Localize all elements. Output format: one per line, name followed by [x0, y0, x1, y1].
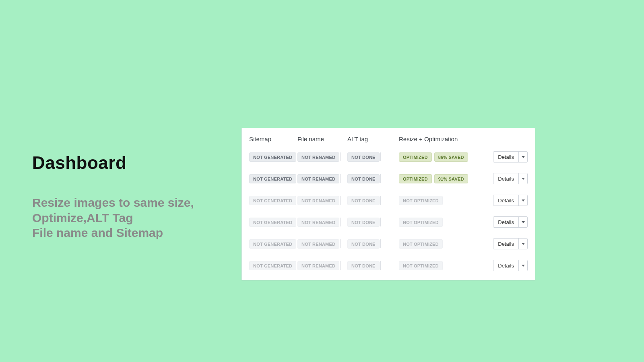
- cell-alt: NOT DONE: [347, 218, 399, 227]
- cell-actions: Details: [483, 151, 528, 162]
- details-button[interactable]: Details: [493, 260, 518, 271]
- filename-status-badge: NOT RENAMED: [297, 174, 339, 183]
- details-button-group: Details: [493, 260, 528, 271]
- table-header-row: Sitemap File name ALT tag Resize + Optim…: [249, 136, 528, 142]
- cell-optimization: NOT OPTIMIZED: [399, 218, 483, 227]
- column-divider: [340, 239, 341, 248]
- details-dropdown-toggle[interactable]: [518, 152, 527, 162]
- cell-optimization: OPTIMIZED91% SAVED: [399, 174, 483, 183]
- cell-filename: NOT RENAMED: [297, 174, 347, 183]
- cell-alt: NOT DONE: [347, 261, 399, 270]
- cell-actions: Details: [483, 238, 528, 249]
- chevron-down-icon: [522, 156, 525, 158]
- status-table-panel: Sitemap File name ALT tag Resize + Optim…: [242, 128, 535, 280]
- cell-alt: NOT DONE: [347, 174, 399, 183]
- column-divider: [340, 218, 341, 226]
- cell-sitemap: NOT GENERATED: [249, 174, 297, 183]
- cell-actions: Details: [483, 173, 528, 184]
- cell-sitemap: NOT GENERATED: [249, 239, 297, 249]
- col-header-filename: File name: [297, 136, 347, 142]
- cell-filename: NOT RENAMED: [297, 152, 347, 162]
- cell-sitemap: NOT GENERATED: [249, 261, 297, 270]
- sitemap-status-badge: NOT GENERATED: [249, 261, 296, 270]
- filename-status-badge: NOT RENAMED: [297, 218, 339, 227]
- optimized-status-badge: NOT OPTIMIZED: [399, 239, 443, 249]
- filename-status-badge: NOT RENAMED: [297, 239, 339, 249]
- column-divider: [380, 218, 381, 226]
- optimized-status-badge: NOT OPTIMIZED: [399, 218, 443, 227]
- chevron-down-icon: [522, 221, 525, 223]
- cell-optimization: OPTIMIZED86% SAVED: [399, 152, 483, 162]
- details-dropdown-toggle[interactable]: [518, 260, 527, 271]
- alt-status-badge: NOT DONE: [347, 152, 380, 162]
- details-button[interactable]: Details: [493, 239, 518, 249]
- table-row: NOT GENERATEDNOT RENAMEDNOT DONENOT OPTI…: [249, 257, 528, 274]
- details-dropdown-toggle[interactable]: [518, 195, 527, 206]
- filename-status-badge: NOT RENAMED: [297, 261, 339, 270]
- column-divider: [380, 261, 381, 270]
- col-header-resize: Resize + Optimization: [399, 136, 483, 142]
- left-text-block: Dashboard Resize images to same size, Op…: [32, 153, 229, 241]
- chevron-down-icon: [522, 178, 525, 180]
- chevron-down-icon: [522, 243, 525, 245]
- alt-status-badge: NOT DONE: [347, 174, 380, 183]
- saved-percent-badge: 86% SAVED: [434, 152, 468, 162]
- cell-optimization: NOT OPTIMIZED: [399, 196, 483, 205]
- cell-sitemap: NOT GENERATED: [249, 152, 297, 162]
- optimized-status-badge: OPTIMIZED: [399, 152, 432, 162]
- details-dropdown-toggle[interactable]: [518, 239, 527, 249]
- column-divider: [340, 152, 341, 161]
- optimization-wrap: NOT OPTIMIZED: [399, 261, 443, 270]
- chevron-down-icon: [522, 265, 525, 267]
- column-divider: [340, 261, 341, 270]
- optimization-wrap: OPTIMIZED86% SAVED: [399, 152, 468, 162]
- cell-optimization: NOT OPTIMIZED: [399, 239, 483, 249]
- alt-status-badge: NOT DONE: [347, 261, 380, 270]
- sitemap-status-badge: NOT GENERATED: [249, 196, 296, 205]
- sitemap-status-badge: NOT GENERATED: [249, 239, 296, 249]
- table-row: NOT GENERATEDNOT RENAMEDNOT DONEOPTIMIZE…: [249, 148, 528, 166]
- details-button[interactable]: Details: [493, 152, 518, 162]
- table-row: NOT GENERATEDNOT RENAMEDNOT DONENOT OPTI…: [249, 213, 528, 231]
- alt-status-badge: NOT DONE: [347, 196, 380, 205]
- cell-actions: Details: [483, 195, 528, 206]
- saved-percent-badge: 91% SAVED: [434, 174, 468, 183]
- subtitle-line: Optimize,ALT Tag: [32, 210, 229, 226]
- cell-alt: NOT DONE: [347, 152, 399, 162]
- details-button-group: Details: [493, 238, 528, 249]
- optimized-status-badge: NOT OPTIMIZED: [399, 261, 443, 270]
- column-divider: [380, 174, 381, 183]
- cell-filename: NOT RENAMED: [297, 218, 347, 227]
- cell-sitemap: NOT GENERATED: [249, 218, 297, 227]
- alt-status-badge: NOT DONE: [347, 218, 380, 227]
- column-divider: [380, 196, 381, 205]
- sitemap-status-badge: NOT GENERATED: [249, 218, 296, 227]
- details-button-group: Details: [493, 216, 528, 228]
- details-button[interactable]: Details: [493, 195, 518, 206]
- cell-filename: NOT RENAMED: [297, 239, 347, 249]
- details-button-group: Details: [493, 173, 528, 184]
- cell-filename: NOT RENAMED: [297, 261, 347, 270]
- cell-filename: NOT RENAMED: [297, 196, 347, 205]
- optimized-status-badge: NOT OPTIMIZED: [399, 196, 443, 205]
- column-divider: [380, 239, 381, 248]
- cell-optimization: NOT OPTIMIZED: [399, 261, 483, 270]
- chevron-down-icon: [522, 200, 525, 202]
- page-title: Dashboard: [32, 153, 229, 173]
- table-row: NOT GENERATEDNOT RENAMEDNOT DONENOT OPTI…: [249, 191, 528, 209]
- details-button[interactable]: Details: [493, 217, 518, 227]
- page-subtitle: Resize images to same size, Optimize,ALT…: [32, 195, 229, 241]
- cell-sitemap: NOT GENERATED: [249, 196, 297, 205]
- filename-status-badge: NOT RENAMED: [297, 196, 339, 205]
- optimized-status-badge: OPTIMIZED: [399, 174, 432, 183]
- table-row: NOT GENERATEDNOT RENAMEDNOT DONENOT OPTI…: [249, 235, 528, 253]
- sitemap-status-badge: NOT GENERATED: [249, 174, 296, 183]
- details-button[interactable]: Details: [493, 173, 518, 184]
- details-dropdown-toggle[interactable]: [518, 173, 527, 184]
- cell-actions: Details: [483, 260, 528, 271]
- optimization-wrap: NOT OPTIMIZED: [399, 196, 443, 205]
- col-header-sitemap: Sitemap: [249, 136, 297, 142]
- subtitle-line: Resize images to same size,: [32, 195, 229, 210]
- optimization-wrap: OPTIMIZED91% SAVED: [399, 174, 468, 183]
- details-dropdown-toggle[interactable]: [518, 217, 527, 227]
